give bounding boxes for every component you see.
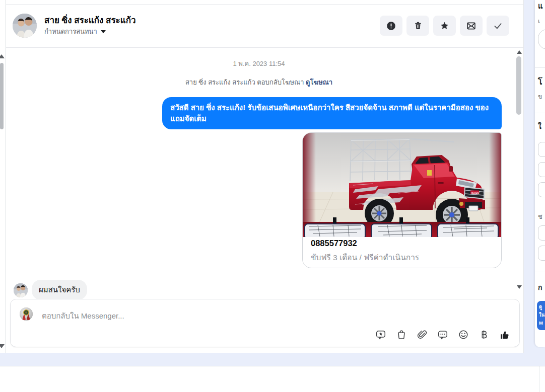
chevron-down-icon <box>101 30 106 33</box>
composer-toolbar <box>375 329 510 340</box>
left-scrollbar-thumb[interactable] <box>0 63 4 129</box>
button-line: ใน <box>539 311 545 319</box>
ad-card[interactable]: ISUZU K039 <box>302 132 502 268</box>
conversation-label: กำหนดการสนทนา <box>44 26 97 37</box>
like-thumb-icon[interactable] <box>499 329 510 340</box>
scroll-up-arrow-icon[interactable] <box>0 54 5 58</box>
contact-name: สาย ซิ่ง สระแก้ง สระแก้ว <box>44 13 136 27</box>
chat-scroll-up-icon[interactable] <box>517 50 522 54</box>
details-panel-edge: แ เ โ ข ใ ช ก ดู ใน M <box>535 0 545 347</box>
panel-row-fragment[interactable] <box>538 142 545 157</box>
attachment-paperclip-icon[interactable] <box>417 329 428 340</box>
panel-button-fragment[interactable] <box>538 246 545 261</box>
header-divider <box>6 47 524 48</box>
comment-dots-icon[interactable] <box>437 329 448 340</box>
panel-row-fragment[interactable] <box>538 162 545 177</box>
envelope-icon <box>466 21 476 31</box>
panel-divider <box>535 67 545 68</box>
panel-top-divider <box>6 4 524 5</box>
emoji-smiley-icon[interactable] <box>458 329 469 340</box>
page-avatar-image <box>20 307 33 321</box>
outgoing-message-bubble[interactable]: สวัสดี สาย ซิ่ง สระแก้ง! รับข้อเสนอพิเศษ… <box>162 97 502 129</box>
panel-input-fragment[interactable] <box>538 29 545 49</box>
contact-avatar-image <box>13 14 37 38</box>
report-button[interactable] <box>380 16 402 36</box>
panel-fragment-text: โ <box>538 75 542 88</box>
button-line: M <box>539 319 545 327</box>
panel-divider <box>535 113 545 113</box>
star-icon <box>439 21 450 31</box>
ad-card-subtitle: ขับฟรี 3 เดือน / ฟรีค่าดำเนินการ <box>311 251 419 264</box>
composer: ตอบกลับใน Messenger... <box>10 299 520 347</box>
header-actions <box>380 16 509 36</box>
panel-fragment-text: แ <box>538 0 543 12</box>
flag-button[interactable] <box>433 16 456 36</box>
saved-replies-icon[interactable] <box>375 329 386 340</box>
incoming-avatar-image <box>14 283 28 297</box>
chat-panel: สาย ซิ่ง สระแก้ง สระแก้ว กำหนดการสนทนา <box>6 0 524 353</box>
incoming-avatar <box>14 283 28 297</box>
grille-brand-text: ISUZU <box>471 191 480 194</box>
conversation-list-edge <box>0 0 6 353</box>
bottom-edge-line <box>539 366 539 392</box>
mark-unread-button[interactable] <box>460 16 483 36</box>
incoming-message-bubble[interactable]: ผมสนใจครับ <box>32 280 87 300</box>
ad-card-phone: 0885577932 <box>311 239 357 248</box>
panel-fragment-text: ช <box>538 211 542 222</box>
panel-button-fragment[interactable] <box>538 225 545 241</box>
contact-avatar[interactable] <box>13 14 37 38</box>
check-icon <box>493 21 503 31</box>
scroll-down-arrow-icon[interactable] <box>0 344 5 348</box>
panel-fragment-text: เ <box>538 16 540 26</box>
trash-icon <box>413 21 423 31</box>
button-line: ดู <box>539 303 545 311</box>
panel-fragment-text: ก <box>538 282 542 293</box>
panel-fragment-text: ข <box>538 92 542 101</box>
panel-divider <box>535 272 545 272</box>
view-ad-link[interactable]: ดูโฆษณา <box>306 79 332 86</box>
composer-placeholder[interactable]: ตอบกลับใน Messenger... <box>42 310 124 322</box>
panel-fragment-text: ใ <box>538 121 541 132</box>
panel-row-fragment[interactable] <box>538 182 545 197</box>
page-avatar <box>20 307 33 321</box>
report-icon <box>386 21 396 31</box>
products-bag-icon[interactable] <box>396 329 407 340</box>
chat-scrollbar-thumb[interactable] <box>516 56 521 115</box>
delete-button[interactable] <box>406 16 429 36</box>
messenger-action-button-fragment[interactable]: ดู ใน M <box>537 301 545 330</box>
chat-scroll-down-icon[interactable] <box>517 285 522 289</box>
message-date: 1 พ.ค. 2023 11:54 <box>6 58 512 69</box>
conversation-label-dropdown[interactable]: กำหนดการสนทนา <box>44 26 106 37</box>
ad-context-row: สาย ซิ่ง สระแก้ง สระแก้ว ตอบกลับโฆษณา ดู… <box>6 77 512 88</box>
truck-photo: ISUZU K039 <box>303 133 502 237</box>
mark-done-button[interactable] <box>487 16 509 36</box>
bottom-divider <box>0 366 545 366</box>
ad-context-text: สาย ซิ่ง สระแก้ง สระแก้ว ตอบกลับโฆษณา <box>185 79 304 86</box>
baht-payment-icon[interactable] <box>479 329 490 340</box>
